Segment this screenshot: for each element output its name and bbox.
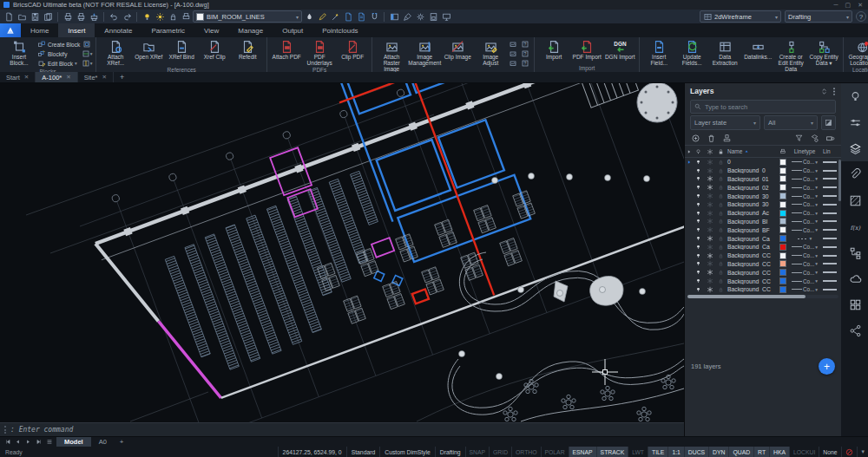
ribbon-button-geographic-location[interactable]: Geographic Location...	[847, 39, 868, 66]
layer-row[interactable]: Background_CCCo...▾	[685, 277, 841, 285]
drag-grip-icon[interactable]	[4, 426, 6, 434]
publish-icon[interactable]	[88, 11, 100, 23]
panel-strip-structure-icon[interactable]	[841, 239, 868, 265]
status-field-1[interactable]: Custom DimStyle	[379, 447, 435, 457]
layer-row[interactable]: Background_CCCo...▾	[685, 268, 841, 277]
layer-lineweight[interactable]	[821, 220, 841, 222]
doc-tab-start[interactable]: Start✕	[0, 72, 36, 82]
layer-color-swatch[interactable]	[777, 175, 788, 182]
plot-preview-icon[interactable]	[62, 11, 74, 23]
layer-freeze-toggle[interactable]	[704, 210, 715, 217]
layer-linetype[interactable]: Co...▾	[788, 210, 821, 216]
status-field-0[interactable]: Standard	[346, 447, 380, 457]
layer-color-swatch[interactable]	[777, 244, 788, 251]
layer-row[interactable]: Background_CCCo...▾	[685, 285, 841, 294]
layer-linetype[interactable]: Co...▾	[788, 270, 821, 276]
gear-icon[interactable]	[414, 11, 426, 23]
ribbon-button-refedit[interactable]: Refedit	[232, 39, 263, 60]
layer-sun-icon[interactable]	[154, 11, 166, 23]
layer-lineweight[interactable]	[821, 229, 841, 231]
panel-strip-attachments-icon[interactable]	[841, 161, 868, 187]
layer-lock-icon[interactable]	[167, 11, 179, 23]
drawing-canvas[interactable]	[0, 83, 684, 422]
layer-linetype[interactable]: Co...▾	[788, 201, 821, 207]
layer-on-toggle[interactable]	[693, 277, 704, 284]
layer-lineweight[interactable]	[821, 238, 841, 239]
save-icon[interactable]	[29, 11, 41, 23]
layer-lock-toggle[interactable]	[715, 167, 727, 174]
monitor-icon[interactable]	[440, 11, 452, 23]
layer-freeze-toggle[interactable]	[704, 277, 715, 284]
redo-icon[interactable]	[121, 11, 133, 23]
layer-lock-toggle[interactable]	[715, 269, 727, 276]
panel-strip-fields-icon[interactable]: f(x)	[841, 213, 868, 239]
filter-dropdown[interactable]: All▾	[764, 115, 818, 130]
wand-icon[interactable]	[329, 11, 341, 23]
layer-on-toggle[interactable]	[693, 286, 704, 293]
ribbon-button-pdf-import[interactable]: PDF Import	[571, 39, 602, 60]
layer-lineweight[interactable]	[821, 263, 841, 264]
status-toggle-esnap[interactable]: ESNAP	[569, 447, 596, 457]
layer-print-icon[interactable]	[180, 11, 192, 23]
save-all-icon[interactable]	[42, 11, 54, 23]
layer-lock-toggle[interactable]	[715, 184, 727, 191]
new-doc-tab-button[interactable]: +	[114, 72, 130, 82]
layer-color-swatch[interactable]	[777, 226, 788, 233]
layer-lock-toggle[interactable]	[715, 201, 727, 208]
ribbon-button-help-box[interactable]: ?	[520, 40, 530, 49]
layer-row[interactable]: Background_30Co...▾	[685, 192, 841, 200]
layer-freeze-toggle[interactable]	[704, 244, 715, 251]
ribbon-button-image-tool[interactable]	[508, 59, 518, 68]
ribbon-tab-pointclouds[interactable]: Pointclouds	[312, 23, 367, 37]
layer-color-swatch[interactable]	[777, 210, 788, 217]
status-toggle-ortho[interactable]: ORTHO	[511, 447, 540, 457]
layer-lineweight[interactable]	[821, 289, 841, 291]
panel-strip-components-icon[interactable]	[841, 291, 868, 317]
layer-on-toggle[interactable]	[693, 244, 704, 251]
layer-freeze-toggle[interactable]	[704, 226, 715, 233]
layer-on-toggle[interactable]	[693, 210, 704, 217]
model-tab[interactable]: Model	[56, 437, 91, 447]
status-toggle-rt[interactable]: RT	[753, 447, 769, 457]
layer-freeze-toggle[interactable]	[704, 193, 715, 199]
collapse-expand-icon[interactable]	[820, 87, 828, 96]
layer-row[interactable]: Background_BICo...▾	[685, 218, 841, 226]
layer-color-swatch[interactable]	[777, 159, 788, 166]
layer-lineweight[interactable]	[821, 280, 841, 282]
panel-strip-layers-icon[interactable]	[841, 135, 868, 161]
layer-dropdown[interactable]: BIM_ROOM_LINES ▾	[193, 10, 302, 23]
status-toggle-ducs[interactable]: DUCS	[684, 447, 708, 457]
window-controls[interactable]: ─▢✕	[834, 2, 865, 9]
layer-color-swatch[interactable]	[777, 193, 788, 199]
save2-icon[interactable]	[427, 11, 439, 23]
ribbon-tab-parametric[interactable]: Parametric	[141, 23, 194, 37]
first-layout-icon[interactable]	[3, 438, 12, 446]
panel-strip-adjust-icon[interactable]	[841, 109, 868, 135]
layer-freeze-toggle[interactable]	[704, 286, 715, 293]
layer-lock-toggle[interactable]	[715, 218, 727, 225]
layer-linetype[interactable]: Co...▾	[788, 185, 821, 191]
ribbon-tab-insert[interactable]: Insert	[58, 23, 95, 37]
layer-color-swatch[interactable]	[777, 252, 788, 259]
layer-lock-toggle[interactable]	[715, 226, 727, 233]
status-toggle-strack[interactable]: STRACK	[596, 447, 628, 457]
ribbon-tab-manage[interactable]: Manage	[228, 23, 273, 37]
doc-blue2-icon[interactable]	[355, 11, 367, 23]
layer-row[interactable]: Background_0Co...▾	[685, 166, 841, 175]
layer-on-toggle[interactable]	[693, 167, 704, 174]
panel-options-button[interactable]	[821, 115, 836, 130]
ribbon-button-help-box[interactable]: ?	[520, 49, 530, 58]
layer-freeze-toggle[interactable]	[704, 167, 715, 174]
status-toggle-lockui[interactable]: LOCKUI	[789, 447, 819, 457]
layer-on-toggle[interactable]	[693, 252, 704, 259]
layer-linetype[interactable]: Co...▾	[788, 159, 821, 165]
ribbon-button-block-tool-b[interactable]: ▾	[82, 49, 92, 58]
panel-strip-light-icon[interactable]	[841, 83, 868, 109]
layer-on-toggle[interactable]	[693, 260, 704, 267]
layer-color-swatch[interactable]	[777, 167, 788, 174]
layer-color-swatch[interactable]	[777, 286, 788, 293]
undo-icon[interactable]	[108, 11, 120, 23]
visual-style-dropdown[interactable]: 2dWireframe ▾	[700, 10, 781, 23]
plot-icon[interactable]	[75, 11, 87, 23]
layer-color-swatch[interactable]	[777, 260, 788, 267]
